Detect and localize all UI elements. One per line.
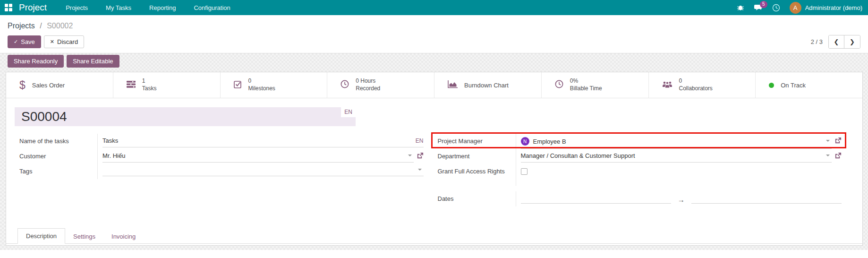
grant-access-checkbox[interactable]	[521, 168, 528, 175]
breadcrumb-separator: /	[40, 22, 42, 30]
name-of-tasks-input[interactable]: Tasks	[102, 137, 416, 144]
tab-invoicing[interactable]: Invoicing	[103, 229, 144, 244]
title-language-badge[interactable]: EN	[341, 107, 356, 117]
customer-external-link-icon[interactable]	[417, 152, 424, 161]
date-range-arrow-icon: →	[678, 196, 685, 206]
users-icon	[662, 81, 672, 90]
field-row-project-manager: Project Manager N Employee B	[438, 134, 842, 149]
field-row-dates: Dates →	[438, 191, 842, 206]
project-manager-label: Project Manager	[438, 134, 516, 149]
control-panel: ✓ Save ✕ Discard 2 / 3 ❮ ❯	[0, 30, 868, 49]
stat-collaborators[interactable]: 0Collaborators	[649, 72, 756, 98]
customer-label: Customer	[19, 149, 97, 164]
field-row-customer: Customer Mr. Hiếu	[19, 149, 424, 164]
project-form-page: Project Projects My Tasks Reporting Conf…	[0, 0, 868, 258]
stat-milestones[interactable]: 0Milestones	[221, 72, 328, 98]
debug-bug-icon[interactable]	[737, 4, 744, 11]
area-chart-icon	[448, 80, 458, 90]
breadcrumb: Projects / S00002	[0, 15, 868, 30]
stat-button-row: $ Sales Order 1Tasks 0Milestones	[6, 72, 862, 98]
breadcrumb-current: S00002	[47, 22, 73, 30]
department-input[interactable]: Manager / Consultan & Customer Support	[521, 152, 825, 159]
user-menu[interactable]: A Administrator (demo)	[790, 2, 862, 14]
content-area: Share Readonly Share Editable $ Sales Or…	[0, 53, 868, 250]
user-avatar: A	[790, 2, 801, 14]
form-sheet: $ Sales Order 1Tasks 0Milestones	[6, 72, 863, 246]
chevron-down-icon[interactable]	[826, 140, 830, 142]
status-dot-icon	[769, 83, 774, 88]
tags-label: Tags	[19, 164, 97, 179]
tab-description[interactable]: Description	[17, 228, 65, 244]
department-external-link-icon[interactable]	[834, 152, 842, 161]
apps-menu-icon[interactable]	[5, 4, 12, 11]
project-title-input[interactable]: S00004	[15, 107, 356, 126]
dollar-icon: $	[19, 79, 26, 92]
user-name-label: Administrator (demo)	[805, 4, 862, 11]
form-left-column: Name of the tasks Tasks EN Customer	[19, 134, 424, 206]
pager-next-button[interactable]: ❯	[844, 35, 860, 48]
pager-count: 2 / 3	[811, 38, 823, 45]
project-manager-avatar: N	[521, 137, 529, 146]
nav-item-configuration[interactable]: Configuration	[194, 4, 230, 11]
form-right-column: Project Manager N Employee B	[438, 134, 842, 206]
customer-input[interactable]: Mr. Hiếu	[102, 152, 406, 159]
nav-item-projects[interactable]: Projects	[66, 4, 88, 11]
stat-hours-recorded[interactable]: 0 HoursRecorded	[327, 72, 434, 98]
stat-tasks[interactable]: 1Tasks	[113, 72, 221, 98]
tasks-icon	[127, 81, 136, 90]
project-manager-external-link-icon[interactable]	[834, 137, 842, 146]
grant-access-label: Grant Full Access Rights	[438, 164, 516, 186]
nav-item-my-tasks[interactable]: My Tasks	[106, 4, 131, 11]
field-row-department: Department Manager / Consultan & Custome…	[438, 149, 842, 164]
save-button[interactable]: ✓ Save	[8, 35, 41, 48]
chevron-down-icon[interactable]	[418, 169, 422, 171]
stat-status-on-track[interactable]: On Track	[756, 72, 862, 98]
milestones-check-icon	[234, 80, 242, 90]
project-title-block: S00004 EN	[15, 107, 356, 126]
department-label: Department	[438, 149, 516, 164]
field-row-grant-access: Grant Full Access Rights	[438, 164, 842, 186]
form-fields: Name of the tasks Tasks EN Customer	[6, 126, 862, 206]
name-language-badge[interactable]: EN	[416, 138, 424, 144]
breadcrumb-projects-link[interactable]: Projects	[8, 22, 35, 30]
share-editable-button[interactable]: Share Editable	[67, 55, 119, 68]
share-readonly-button[interactable]: Share Readonly	[8, 55, 64, 68]
stat-burndown-chart[interactable]: Burndown Chart	[434, 72, 542, 98]
chevron-down-icon[interactable]	[826, 155, 830, 156]
project-manager-input[interactable]: Employee B	[533, 138, 825, 145]
discard-button[interactable]: ✕ Discard	[44, 35, 84, 48]
clock-icon	[340, 80, 349, 90]
tab-settings[interactable]: Settings	[65, 229, 103, 244]
dates-label: Dates	[438, 191, 516, 206]
close-icon: ✕	[50, 39, 54, 45]
check-icon: ✓	[14, 39, 18, 45]
activities-clock-icon[interactable]	[772, 4, 780, 12]
clock-icon	[555, 80, 563, 90]
messages-icon[interactable]: 5	[754, 4, 763, 11]
messages-count-badge: 5	[760, 1, 767, 8]
nav-item-reporting[interactable]: Reporting	[149, 4, 176, 11]
notebook-tabs: Description Settings Invoicing	[6, 228, 862, 244]
pager-previous-button[interactable]: ❮	[829, 35, 844, 48]
field-row-tags: Tags	[19, 164, 424, 179]
field-row-name-of-tasks: Name of the tasks Tasks EN	[19, 134, 424, 149]
chevron-down-icon[interactable]	[408, 155, 412, 156]
stat-billable-time[interactable]: 0%Billable Time	[542, 72, 649, 98]
app-brand[interactable]: Project	[19, 2, 47, 13]
stat-sales-order[interactable]: $ Sales Order	[6, 72, 113, 98]
top-navbar: Project Projects My Tasks Reporting Conf…	[0, 0, 868, 15]
name-of-tasks-label: Name of the tasks	[19, 134, 97, 149]
